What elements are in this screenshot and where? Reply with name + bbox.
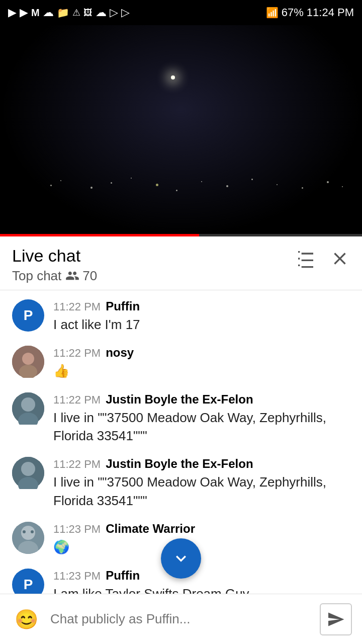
live-chat-title: Live chat — [12, 246, 97, 266]
message-username: Justin Boyle the Ex-Felon — [106, 457, 253, 471]
battery-text: 67% — [282, 6, 304, 19]
status-icons-right: 📶 67% 11:24 PM — [266, 6, 354, 19]
message-meta: 11:22 PM Puffin — [53, 299, 350, 313]
app-icon-play2: ▷ — [121, 6, 130, 19]
app-icon-cloud: ☁ — [43, 6, 54, 19]
app-icon-cloud2: ☁ — [96, 6, 107, 19]
avatar: P — [12, 299, 44, 332]
video-progress-bar[interactable] — [0, 234, 362, 236]
video-progress-fill — [0, 234, 199, 236]
table-row: 11:22 PM Justin Boyle the Ex-Felon I liv… — [0, 448, 362, 513]
message-time: 11:22 PM — [53, 393, 101, 407]
message-text: I live in ""37500 Meadow Oak Way, Zephyr… — [53, 474, 326, 508]
scroll-to-bottom-button[interactable] — [161, 538, 201, 579]
table-row: P 11:22 PM Puffin I act like I'm 17 — [0, 290, 362, 337]
message-username: nosy — [106, 346, 134, 360]
avatar — [12, 346, 44, 378]
send-icon — [327, 610, 345, 628]
message-text: 👍 — [53, 363, 69, 378]
svg-point-4 — [21, 397, 35, 412]
status-icons-left: ▶ ▶ M ☁ 📁 ⚠ 🖼 ☁ ▷ ▷ — [8, 6, 130, 19]
message-username: Justin Boyle the Ex-Felon — [106, 392, 253, 407]
message-time: 11:22 PM — [53, 300, 101, 313]
avatar — [12, 522, 44, 554]
table-row: 11:22 PM nosy 👍 — [0, 337, 362, 383]
chevron-down-icon — [171, 548, 191, 569]
people-icon — [65, 269, 79, 283]
message-time: 11:23 PM — [53, 570, 101, 583]
chat-header-left: Live chat Top chat 70 — [12, 246, 97, 284]
svg-point-13 — [31, 530, 34, 533]
app-icon-m: M — [31, 7, 40, 19]
message-time: 11:22 PM — [53, 458, 101, 471]
chat-input-bar: 😊 — [0, 594, 362, 644]
svg-point-12 — [23, 530, 26, 533]
message-username: Puffin — [106, 299, 140, 313]
message-meta: 11:23 PM Climate Warrior — [53, 522, 350, 536]
status-bar: ▶ ▶ M ☁ 📁 ⚠ 🖼 ☁ ▷ ▷ 📶 67% 11:24 PM — [0, 0, 362, 25]
avatar — [12, 392, 44, 425]
chat-subtitle: Top chat 70 — [12, 268, 97, 284]
message-meta: 11:22 PM Justin Boyle the Ex-Felon — [53, 457, 350, 471]
filter-button[interactable] — [296, 249, 316, 269]
justin-avatar-img2 — [12, 457, 44, 489]
viewer-count-text: 70 — [82, 268, 97, 284]
emoji-button[interactable]: 😊 — [10, 603, 42, 635]
climate-avatar-img — [12, 522, 44, 554]
justin-avatar-img — [12, 392, 44, 425]
app-icon-folder: 📁 — [57, 7, 69, 19]
emoji-icon: 😊 — [15, 608, 38, 630]
send-button[interactable] — [320, 603, 352, 635]
chat-header: Live chat Top chat 70 — [0, 236, 362, 290]
top-chat-label[interactable]: Top chat — [12, 268, 61, 284]
avatar — [12, 457, 44, 489]
message-content: 11:22 PM Puffin I act like I'm 17 — [53, 299, 350, 334]
message-meta: 11:23 PM Puffin — [53, 569, 350, 583]
message-text: I live in ""37500 Meadow Oak Way, Zephyr… — [53, 410, 326, 443]
chat-input[interactable] — [50, 603, 312, 635]
message-time: 11:23 PM — [53, 523, 101, 536]
message-username: Puffin — [106, 569, 140, 583]
message-meta: 11:22 PM nosy — [53, 346, 350, 360]
app-icon-triangle: ⚠ — [72, 7, 80, 18]
close-icon — [330, 249, 350, 269]
chat-messages-list: P 11:22 PM Puffin I act like I'm 17 11:2… — [0, 290, 362, 644]
close-button[interactable] — [330, 249, 350, 269]
message-content: 11:22 PM nosy 👍 — [53, 346, 350, 380]
svg-point-7 — [21, 462, 35, 476]
app-icon-play: ▷ — [110, 6, 118, 19]
message-content: 11:22 PM Justin Boyle the Ex-Felon I liv… — [53, 457, 350, 510]
svg-point-1 — [22, 353, 34, 365]
message-meta: 11:22 PM Justin Boyle the Ex-Felon — [53, 392, 350, 407]
message-text: I act like I'm 17 — [53, 317, 140, 332]
time-display: 11:24 PM — [307, 6, 354, 19]
wifi-icon: 📶 — [266, 7, 279, 19]
filter-icon — [296, 249, 316, 269]
message-content: 11:22 PM Justin Boyle the Ex-Felon I liv… — [53, 392, 350, 445]
message-username: Climate Warrior — [106, 522, 195, 536]
app-icon-youtube: ▶ — [8, 6, 17, 19]
video-player[interactable] — [0, 25, 362, 236]
app-icon-yt2: ▶ — [20, 6, 28, 19]
nosy-avatar-img — [12, 346, 44, 378]
message-time: 11:22 PM — [53, 347, 101, 360]
chat-header-right — [296, 246, 350, 269]
message-text: 🌍 — [53, 539, 69, 554]
viewer-count: 70 — [65, 268, 97, 284]
message-content: 11:23 PM Climate Warrior 🌍 — [53, 522, 350, 556]
table-row: 11:22 PM Justin Boyle the Ex-Felon I liv… — [0, 383, 362, 448]
app-icon-img: 🖼 — [83, 8, 93, 18]
